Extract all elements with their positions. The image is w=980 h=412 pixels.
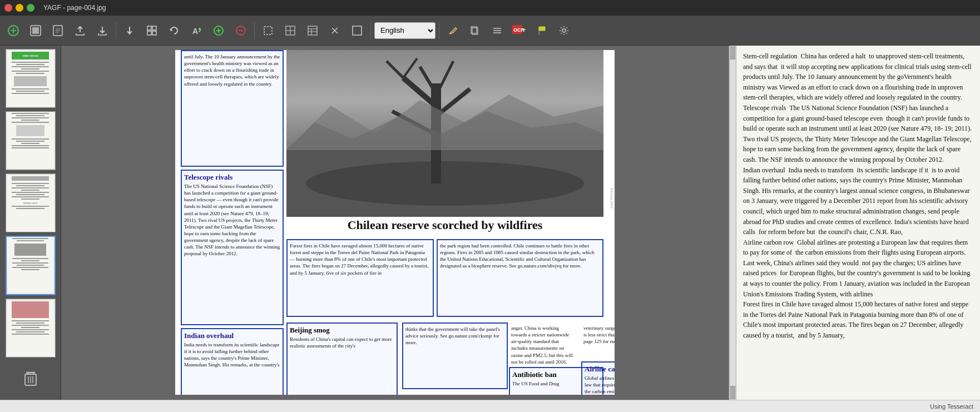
table-button[interactable] (303, 21, 323, 41)
thumbnail-3[interactable]: WORLD VIEW (6, 173, 56, 232)
rect-select-button[interactable] (258, 21, 278, 41)
telescope-text: The US National Science Foundation (NSF)… (184, 183, 280, 257)
text-recognition-button[interactable]: A (186, 21, 206, 41)
svg-rect-2 (32, 27, 39, 34)
svg-rect-11 (264, 27, 272, 34)
thumbnail-4[interactable] (6, 236, 56, 295)
ocr-scrollbar[interactable] (729, 46, 736, 400)
forest-text-right: the park region had been controlled. Chi… (440, 242, 600, 270)
svg-rect-6 (147, 31, 151, 35)
trash-button[interactable] (17, 364, 44, 391)
thumbnail-panel: THIS WEEK (0, 46, 61, 400)
svg-line-22 (456, 28, 457, 29)
pen-button[interactable] (443, 21, 463, 41)
download-button[interactable] (92, 21, 112, 41)
thumbnail-5[interactable] (6, 299, 56, 358)
telescope-box[interactable]: Telescope rivals The US National Science… (181, 170, 284, 325)
view-button[interactable] (347, 21, 367, 41)
indian-heading: Indian overhaul (184, 331, 280, 340)
flag-button[interactable] (532, 21, 552, 41)
rotate-left-button[interactable] (164, 21, 184, 41)
thinks-text: thinks that the government will take the… (405, 326, 504, 346)
beijing-text: Residents of China's capital can expect … (290, 336, 394, 349)
maximize-button[interactable] (27, 4, 34, 12)
svg-rect-21 (353, 26, 362, 35)
airline-text: Global airlines are protesting a Europea… (585, 375, 615, 395)
airline-heading: Airline carbon row (585, 365, 615, 374)
main-image (286, 50, 603, 217)
telescope-heading: Telescope rivals (184, 173, 280, 182)
separator-3 (370, 22, 371, 39)
forest-text-left: Forest fires in Chile have ravaged almos… (290, 242, 430, 276)
titlebar: YAGF - page-004.jpg (0, 0, 980, 16)
language-select[interactable]: English French German Spanish (374, 22, 435, 39)
separator-1 (116, 22, 116, 39)
ocr-button[interactable]: OCR (509, 21, 529, 41)
anger-text: anger. China is working towards a strict… (511, 325, 573, 365)
thinks-box[interactable]: thinks that the government will take the… (402, 322, 508, 389)
svg-text:OCR: OCR (513, 27, 525, 33)
page-label: page-004.jpg (609, 188, 613, 209)
close-button[interactable] (4, 4, 12, 12)
scan-button[interactable] (26, 21, 46, 41)
thumbnail-2[interactable] (6, 111, 56, 170)
forest-box-left[interactable]: Forest fires in Chile have ravaged almos… (286, 239, 434, 317)
add-region-button[interactable] (209, 21, 229, 41)
article-title: Chilean reserve scorched by wildfires (286, 218, 603, 232)
svg-rect-15 (308, 26, 317, 35)
grid4-button[interactable] (280, 21, 300, 41)
svg-rect-4 (147, 26, 151, 30)
upload-button[interactable] (70, 21, 90, 41)
svg-rect-7 (152, 31, 156, 35)
lines-button[interactable] (487, 21, 507, 41)
svg-rect-5 (152, 26, 156, 30)
scan-panel[interactable]: page-004.jpg (61, 46, 729, 400)
copy-text-button[interactable] (465, 21, 485, 41)
beijing-box[interactable]: Beijing smog Residents of China's capita… (286, 322, 398, 395)
grid-button[interactable] (142, 21, 162, 41)
settings-button[interactable] (554, 21, 574, 41)
stemcell-box[interactable]: until July. The 10 January announcement … (181, 50, 284, 167)
indian-text: India needs to transform its scientific … (184, 341, 280, 369)
vet-box: veterinary surgeons. The new order is le… (581, 322, 615, 367)
svg-point-42 (306, 161, 584, 206)
ocr-text: Stem-cell regulation China has ordered a… (743, 51, 973, 341)
thumbnail-1[interactable]: THIS WEEK (6, 49, 56, 108)
vet-text: veterinary surgeons. The new order is le… (583, 325, 615, 345)
separator-4 (439, 22, 439, 39)
status-text: Using Tesseract (930, 403, 973, 410)
anger-box: anger. China is working towards a strict… (509, 322, 576, 367)
toolbar: A English French German Spanish OCR (0, 16, 980, 46)
minimize-button[interactable] (16, 4, 23, 12)
svg-point-31 (562, 29, 566, 32)
main-area: THIS WEEK (0, 46, 980, 400)
open-button[interactable] (3, 21, 23, 41)
beijing-heading: Beijing smog (290, 326, 394, 335)
remove-region-button[interactable] (231, 21, 251, 41)
indian-box[interactable]: Indian overhaul India needs to transform… (181, 328, 284, 395)
split-button[interactable] (325, 21, 345, 41)
window-controls (4, 4, 34, 12)
ocr-area: Stem-cell regulation China has ordered a… (729, 46, 980, 400)
window-title: YAGF - page-004.jpg (43, 4, 106, 12)
page-image: page-004.jpg (175, 50, 615, 395)
status-bar: Using Tesseract (0, 400, 980, 412)
ocr-text-panel: Stem-cell regulation China has ordered a… (736, 46, 980, 400)
separator-2 (254, 22, 255, 39)
svg-text:A: A (192, 27, 198, 36)
load-file-button[interactable] (48, 21, 68, 41)
airline-box[interactable]: Airline carbon row Global airlines are p… (581, 361, 615, 395)
forest-box-right[interactable]: the park region had been controlled. Chi… (437, 239, 603, 317)
move-down-button[interactable] (120, 21, 140, 41)
stemcell-text: until July. The 10 January announcement … (184, 53, 280, 87)
